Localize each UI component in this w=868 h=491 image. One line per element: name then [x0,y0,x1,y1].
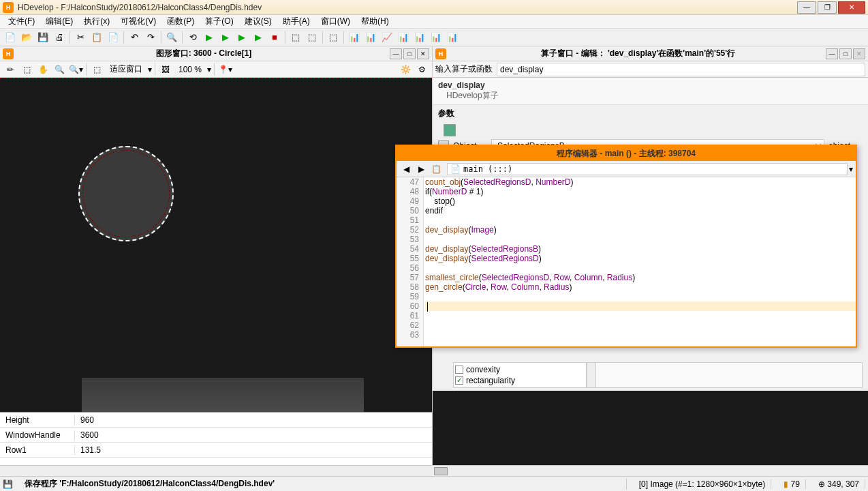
editor-nav-forward[interactable]: ▶ [414,163,428,175]
operator-close[interactable]: ✕ [853,48,865,59]
editor-func-dropdown[interactable]: ▾ [849,164,853,174]
menu-suggestions[interactable]: 建议(S) [239,14,277,29]
copy-button[interactable]: 📋 [89,30,104,45]
find-button[interactable]: 🔍 [164,30,179,45]
operator-maximize[interactable]: □ [839,48,852,59]
operator-panel-header: H 算子窗口 - 编辑： 'dev_display'在函数'main'的'55'… [433,46,868,61]
editor-function-selector[interactable]: 📄 main (:::) [447,163,848,175]
operator-input-field[interactable] [497,63,865,76]
stop-button[interactable]: ■ [267,30,282,45]
window-titlebar: H HDevelop - F:/HalconStudy/20180612/Hal… [0,0,868,15]
assist-button-7[interactable]: 📊 [445,30,460,45]
feature-area: convexity rectangularity [453,362,863,388]
tool-button-1[interactable]: ⬚ [288,30,303,45]
menu-execute[interactable]: 执行(x) [78,14,115,29]
assist-button-6[interactable]: 📊 [429,30,444,45]
image-icon[interactable]: 🖼 [158,63,173,76]
pin-tool[interactable]: 📍▾ [217,63,232,76]
info-tool-1[interactable]: 🔆 [398,63,413,76]
redo-button[interactable]: ↷ [143,30,158,45]
save-button[interactable]: 💾 [35,30,50,45]
editor-nav-up[interactable]: 📋 [429,163,443,175]
feature-convexity-check[interactable] [455,366,463,374]
horizontal-scrollbar[interactable] [0,465,868,476]
feature-convexity-label: convexity [466,365,500,374]
graphics-close[interactable]: ✕ [417,48,429,59]
graphics-minimize[interactable]: — [390,48,402,59]
hand-tool[interactable]: ✋ [35,63,50,76]
status-image-info: [0] Image (#=1: 1280×960×1×byte) [634,479,771,489]
operator-panel-title: 算子窗口 - 编辑： 'dev_display'在函数'main'的'55'行 [450,48,826,59]
feature-scroll[interactable] [587,363,596,387]
prop-name-2: Row1 [0,445,75,455]
assist-button-5[interactable]: 📊 [412,30,427,45]
open-button[interactable]: 📂 [19,30,34,45]
prop-name-1: WindowHandle [0,430,75,440]
menu-visualize[interactable]: 可视化(V) [115,14,161,29]
menu-procedures[interactable]: 函数(P) [161,14,200,29]
save-status-icon: 💾 [3,479,12,489]
feature-graph [596,363,862,387]
func-icon: 📄 [450,164,461,174]
params-label: 参数 [438,108,863,119]
undo-button[interactable]: ↶ [127,30,142,45]
pointer-tool[interactable]: ✏ [3,63,18,76]
prop-val-1[interactable]: 3600 [75,430,432,440]
operator-input-label: 输入算子或函数 [435,63,493,75]
paste-button[interactable]: 📄 [106,30,121,45]
menu-file[interactable]: 文件(F) [3,14,40,29]
circle-region [78,146,174,241]
graphics-icon: H [3,48,14,59]
step-out-button[interactable]: ▶ [234,30,249,45]
assist-button-1[interactable]: 📊 [347,30,362,45]
param-block-icon [444,124,456,136]
menu-window[interactable]: 窗口(W) [315,14,356,29]
menu-edit[interactable]: 编辑(E) [40,14,78,29]
assist-button-2[interactable]: 📊 [363,30,378,45]
reset-button[interactable]: ⟲ [185,30,200,45]
step-into-button[interactable]: ▶ [218,30,233,45]
print-button[interactable]: 🖨 [52,30,67,45]
assist-button-3[interactable]: 📈 [379,30,394,45]
info-tool-2[interactable]: ⚙ [414,63,429,76]
select-tool[interactable]: ⬚ [19,63,34,76]
menu-assistants[interactable]: 助手(A) [277,14,315,29]
window-title: HDevelop - F:/HalconStudy/20180612/Halco… [18,3,797,12]
feature-rectangularity-check[interactable] [455,376,463,385]
fit-dropdown[interactable]: ▾ [148,65,152,74]
operator-icon: H [435,48,446,59]
minimize-button[interactable]: — [797,1,816,14]
zoom-dropdown-2[interactable]: ▾ [207,65,211,74]
zoom-tool[interactable]: 🔍 [52,63,67,76]
editor-nav-back[interactable]: ◀ [399,163,413,175]
operator-minimize[interactable]: — [826,48,838,59]
close-button[interactable]: ✕ [838,1,865,14]
zoom-value: 100 % [174,65,206,74]
operator-name: dev_display [438,80,863,90]
tool-button-3[interactable]: ⬚ [326,30,341,45]
menu-operators[interactable]: 算子(O) [200,14,238,29]
feature-rectangularity-label: rectangularity [466,376,515,385]
zoom-dropdown[interactable]: 🔍▾ [68,63,83,76]
step-over-button[interactable]: ▶ [202,30,217,45]
property-table: Height 960 WindowHandle 3600 Row1 131.5 [0,412,432,465]
variable-area [433,391,868,465]
editor-title[interactable]: 程序编辑器 - main () - 主线程: 398704 [397,146,856,161]
graphics-window[interactable] [0,78,432,412]
graphics-panel-title: 图形窗口: 3600 - Circle[1] [18,48,390,59]
run-button[interactable]: ▶ [251,30,266,45]
graphics-panel-header: H 图形窗口: 3600 - Circle[1] — □ ✕ [0,46,432,61]
assist-button-4[interactable]: 📊 [396,30,411,45]
menu-help[interactable]: 帮助(H) [356,14,394,29]
graphics-maximize[interactable]: □ [403,48,416,59]
tool-button-2[interactable]: ⬚ [305,30,320,45]
code-area[interactable]: 4748495051525354555657585960616263 count… [397,177,856,346]
prop-val-0[interactable]: 960 [75,415,432,425]
prop-val-2[interactable]: 131.5 [75,445,432,455]
maximize-button[interactable]: ❐ [818,1,837,14]
fit-icon[interactable]: ⬚ [89,63,104,76]
main-toolbar: 📄 📂 💾 🖨 ✂ 📋 📄 ↶ ↷ 🔍 ⟲ ▶ ▶ ▶ ▶ ■ ⬚ ⬚ ⬚ 📊 … [0,29,868,46]
new-button[interactable]: 📄 [3,30,18,45]
cut-button[interactable]: ✂ [73,30,88,45]
menu-bar: 文件(F) 编辑(E) 执行(x) 可视化(V) 函数(P) 算子(O) 建议(… [0,15,868,29]
